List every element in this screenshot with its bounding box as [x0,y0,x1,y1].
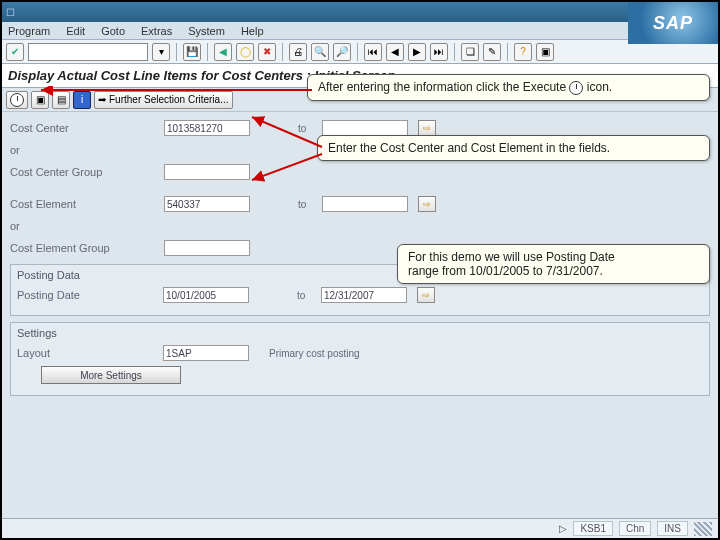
new-session-icon[interactable]: ❏ [461,43,479,61]
back-icon[interactable]: ◀ [214,43,232,61]
menu-bar: Program Edit Goto Extras System Help [2,22,718,40]
or-label: or [10,144,160,156]
layout-input[interactable]: 1SAP [163,345,249,361]
execute-icon-inline [569,81,583,95]
execute-icon[interactable] [6,91,28,109]
cost-center-to-input[interactable] [322,120,408,136]
menu-edit[interactable]: Edit [66,25,85,37]
menu-goto[interactable]: Goto [101,25,125,37]
info-icon[interactable]: i [73,91,91,109]
menu-extras[interactable]: Extras [141,25,172,37]
window-titlebar: ☐ [2,2,718,22]
menu-system[interactable]: System [188,25,225,37]
cost-element-to-input[interactable] [322,196,408,212]
print-icon[interactable]: 🖨 [289,43,307,61]
further-selection-button[interactable]: ➡ Further Selection Criteria... [94,91,233,109]
callout-execute: After entering the information click the… [307,74,710,101]
exit-icon[interactable]: ◯ [236,43,254,61]
cost-center-label: Cost Center [10,122,160,134]
cancel-icon[interactable]: ✖ [258,43,276,61]
resize-grip[interactable] [694,522,712,536]
or-label-2: or [10,220,160,232]
multiple-selection-icon-3[interactable]: ⇨ [417,287,435,303]
enter-icon[interactable]: ✔ [6,43,24,61]
multiple-selection-icon[interactable]: ⇨ [418,120,436,136]
prev-page-icon[interactable]: ◀ [386,43,404,61]
menu-program[interactable]: Program [8,25,50,37]
find-icon[interactable]: 🔍 [311,43,329,61]
settings-group: Settings Layout 1SAP Primary cost postin… [10,322,710,396]
cost-center-group-input[interactable] [164,164,250,180]
layout-icon[interactable]: ▣ [536,43,554,61]
more-settings-button[interactable]: More Settings [41,366,181,384]
layout-description: Primary cost posting [269,348,360,359]
cost-center-from-input[interactable]: 1013581270 [164,120,250,136]
command-field[interactable] [28,43,148,61]
first-page-icon[interactable]: ⏮ [364,43,382,61]
callout-posting: For this demo we will use Posting Datera… [397,244,710,284]
status-tcode: KSB1 [573,521,613,536]
to-label: to [298,123,318,134]
to-label-3: to [297,290,317,301]
variant-icon[interactable]: ▣ [31,91,49,109]
help-icon[interactable]: ? [514,43,532,61]
status-mode: INS [657,521,688,536]
posting-date-label: Posting Date [17,289,159,301]
cost-center-group-label: Cost Center Group [10,166,160,178]
callout-fields: Enter the Cost Center and Cost Element i… [317,135,710,161]
last-page-icon[interactable]: ⏭ [430,43,448,61]
cost-element-group-input[interactable] [164,240,250,256]
status-bar: ▷ KSB1 Chn INS [2,518,718,538]
standard-toolbar: ✔ ▾ 💾 ◀ ◯ ✖ 🖨 🔍 🔎 ⏮ ◀ ▶ ⏭ ❏ ✎ ? ▣ [2,40,718,64]
next-page-icon[interactable]: ▶ [408,43,426,61]
layout-label: Layout [17,347,159,359]
posting-date-from-input[interactable]: 10/01/2005 [163,287,249,303]
shortcut-icon[interactable]: ✎ [483,43,501,61]
save-icon[interactable]: 💾 [183,43,201,61]
posting-date-to-input[interactable]: 12/31/2007 [321,287,407,303]
sap-logo: SAP [628,2,718,44]
cost-element-group-label: Cost Element Group [10,242,160,254]
multiple-selection-icon-2[interactable]: ⇨ [418,196,436,212]
cost-element-from-input[interactable]: 540337 [164,196,250,212]
cost-element-label: Cost Element [10,198,160,210]
to-label-2: to [298,199,318,210]
settings-title: Settings [17,327,703,339]
status-client: Chn [619,521,651,536]
variant2-icon[interactable]: ▤ [52,91,70,109]
dropdown-icon[interactable]: ▾ [152,43,170,61]
menu-help[interactable]: Help [241,25,264,37]
find-next-icon[interactable]: 🔎 [333,43,351,61]
